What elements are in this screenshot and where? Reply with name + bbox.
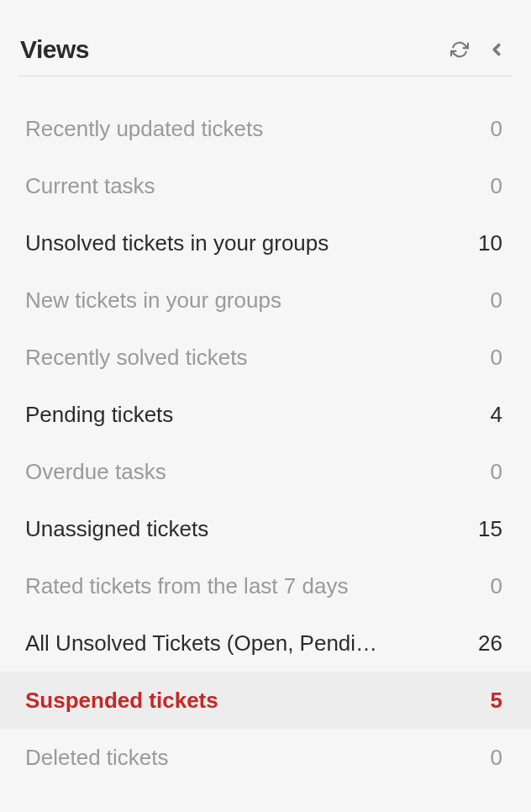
view-item-label: Pending tickets [25, 403, 173, 427]
views-panel: Views Recently updated tickets0Current t… [0, 0, 531, 786]
view-item-count: 10 [469, 230, 502, 256]
view-item-count: 26 [469, 630, 502, 656]
view-item[interactable]: Unassigned tickets15 [18, 500, 513, 557]
view-item-label: Overdue tasks [25, 460, 166, 484]
view-item-count: 0 [469, 173, 502, 199]
view-item[interactable]: Recently updated tickets0 [18, 100, 513, 157]
view-item-label: Recently solved tickets [25, 345, 247, 370]
view-item[interactable]: Deleted tickets0 [18, 729, 513, 786]
collapse-button[interactable] [486, 39, 507, 61]
views-header: Views [18, 35, 513, 76]
view-item[interactable]: Unsolved tickets in your groups10 [18, 214, 513, 272]
view-item-count: 15 [469, 516, 502, 542]
view-item-count: 0 [469, 345, 502, 371]
view-item-label: Unassigned tickets [25, 517, 208, 541]
header-actions [449, 39, 513, 61]
view-item-count: 4 [469, 402, 502, 428]
view-item[interactable]: Suspended tickets5 [0, 672, 531, 729]
views-list: Recently updated tickets0Current tasks0U… [18, 100, 513, 786]
view-item[interactable]: Pending tickets4 [18, 386, 513, 443]
chevron-left-icon [487, 40, 506, 59]
view-item-count: 5 [469, 688, 502, 714]
view-item-count: 0 [469, 287, 502, 314]
view-item-label: Suspended tickets [25, 688, 218, 713]
view-item-count: 0 [469, 459, 502, 485]
view-item-label: New tickets in your groups [25, 288, 281, 313]
views-title: Views [20, 35, 89, 64]
view-item[interactable]: Current tasks0 [18, 157, 513, 214]
view-item[interactable]: Overdue tasks0 [18, 443, 513, 500]
view-item-label: Deleted tickets [25, 746, 169, 770]
view-item-label: Recently updated tickets [25, 117, 263, 141]
view-item-count: 0 [469, 745, 502, 771]
view-item-label: Current tasks [25, 174, 155, 198]
refresh-icon [450, 40, 469, 59]
view-item[interactable]: Rated tickets from the last 7 days0 [18, 557, 513, 614]
refresh-button[interactable] [449, 39, 471, 61]
view-item-count: 0 [469, 116, 502, 142]
view-item[interactable]: Recently solved tickets0 [18, 329, 513, 386]
view-item[interactable]: New tickets in your groups0 [18, 272, 513, 329]
view-item-label: All Unsolved Tickets (Open, Pendi… [25, 631, 377, 656]
view-item[interactable]: All Unsolved Tickets (Open, Pendi…26 [18, 614, 513, 672]
view-item-label: Unsolved tickets in your groups [25, 231, 329, 256]
view-item-count: 0 [469, 573, 502, 599]
view-item-label: Rated tickets from the last 7 days [25, 574, 348, 598]
